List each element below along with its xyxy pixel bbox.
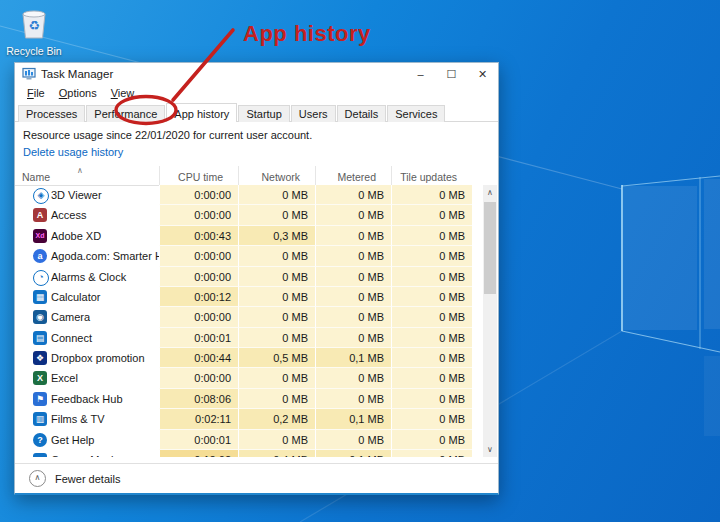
- maximize-button[interactable]: ☐: [436, 63, 467, 85]
- cell-tiles: 0 MB: [391, 328, 472, 348]
- cell-cpu: 0:00:01: [159, 430, 238, 450]
- cell-metered: 0 MB: [315, 267, 391, 287]
- cell-metered: 0 MB: [315, 185, 391, 205]
- table-row-groove-music[interactable]: ♪Groove Music0:12:020,4 MB0,1 MB0 MB: [15, 450, 472, 457]
- app-name: Access: [15, 205, 159, 225]
- cell-network: 0 MB: [238, 430, 315, 450]
- table-row-3d-viewer[interactable]: ◈3D Viewer0:00:000 MB0 MB0 MB: [15, 185, 472, 205]
- cell-cpu: 0:12:02: [159, 450, 238, 457]
- cell-cpu: 0:00:01: [159, 328, 238, 348]
- table-row-get-help[interactable]: ?Get Help0:00:010 MB0 MB0 MB: [15, 430, 472, 450]
- tab-startup[interactable]: Startup: [238, 105, 289, 122]
- close-button[interactable]: ✕: [467, 63, 498, 85]
- status-bar: ∧ Fewer details: [15, 463, 498, 493]
- cell-metered: 0 MB: [315, 226, 391, 246]
- app-name: Agoda.com: Smarter Hot...: [15, 246, 159, 266]
- app-name: Calculator: [15, 287, 159, 307]
- cell-tiles: 0 MB: [391, 267, 472, 287]
- table-row-agoda-com-smarter-hot[interactable]: aAgoda.com: Smarter Hot...0:00:000 MB0 M…: [15, 246, 472, 266]
- column-header-network[interactable]: Network: [238, 166, 307, 185]
- cell-network: 0 MB: [238, 246, 315, 266]
- cell-tiles: 0 MB: [391, 246, 472, 266]
- tab-processes[interactable]: Processes: [18, 105, 85, 122]
- table-row-adobe-xd[interactable]: XdAdobe XD0:00:430,3 MB0 MB0 MB: [15, 226, 472, 246]
- cell-network: 0 MB: [238, 307, 315, 327]
- table-row-access[interactable]: AAccess0:00:000 MB0 MB0 MB: [15, 205, 472, 225]
- cell-tiles: 0 MB: [391, 287, 472, 307]
- delete-usage-history-link[interactable]: Delete usage history: [23, 146, 123, 158]
- table-row-camera[interactable]: ◉Camera0:00:000 MB0 MB0 MB: [15, 307, 472, 327]
- app-name: 3D Viewer: [15, 185, 159, 205]
- cell-network: 0 MB: [238, 389, 315, 409]
- column-header-cpu-time[interactable]: CPU time: [159, 166, 230, 185]
- table-row-dropbox-promotion[interactable]: ❖Dropbox promotion0:00:440,5 MB0,1 MB0 M…: [15, 348, 472, 368]
- cell-network: 0 MB: [238, 205, 315, 225]
- table-row-calculator[interactable]: ▦Calculator0:00:120 MB0 MB0 MB: [15, 287, 472, 307]
- app-name: Films & TV: [15, 409, 159, 429]
- cell-cpu: 0:00:00: [159, 205, 238, 225]
- cell-metered: 0,1 MB: [315, 348, 391, 368]
- cell-tiles: 0 MB: [391, 430, 472, 450]
- window-title: Task Manager: [41, 63, 113, 85]
- tab-details[interactable]: Details: [337, 105, 387, 122]
- minimize-button[interactable]: –: [405, 63, 436, 85]
- scroll-down-icon[interactable]: ∨: [483, 442, 497, 457]
- app-name: Get Help: [15, 430, 159, 450]
- task-manager-window: Task Manager – ☐ ✕ FileOptionsView Proce…: [14, 62, 499, 495]
- cell-tiles: 0 MB: [391, 205, 472, 225]
- recycle-bin-shortcut[interactable]: ♻ Recycle Bin: [6, 6, 62, 57]
- cell-cpu: 0:00:00: [159, 267, 238, 287]
- menu-item-options[interactable]: Options: [52, 85, 104, 102]
- table-row-alarms-clock[interactable]: ◔Alarms & Clock0:00:000 MB0 MB0 MB: [15, 267, 472, 287]
- column-header-metered-network[interactable]: Metered network: [315, 166, 383, 185]
- column-header-tile-updates[interactable]: Tile updates: [391, 166, 464, 185]
- vertical-scrollbar[interactable]: ∧ ∨: [483, 185, 497, 457]
- menu-bar: FileOptionsView: [15, 85, 498, 102]
- scrollbar-thumb[interactable]: [484, 202, 496, 294]
- svg-text:♻: ♻: [28, 18, 40, 33]
- tab-app-history[interactable]: App history: [166, 103, 237, 122]
- cell-network: 0 MB: [238, 267, 315, 287]
- table-row-connect[interactable]: ▤Connect0:00:010 MB0 MB0 MB: [15, 328, 472, 348]
- title-bar[interactable]: Task Manager – ☐ ✕: [15, 63, 498, 85]
- cell-metered: 0 MB: [315, 430, 391, 450]
- cell-cpu: 0:02:11: [159, 409, 238, 429]
- cell-cpu: 0:00:00: [159, 307, 238, 327]
- table-row-films-tv[interactable]: ▥Films & TV0:02:110,2 MB0,1 MB0 MB: [15, 409, 472, 429]
- recycle-bin-label: Recycle Bin: [6, 45, 62, 57]
- cell-cpu: 0:00:00: [159, 185, 238, 205]
- desktop-background: ♻ Recycle Bin App history Task Manager –…: [0, 0, 720, 522]
- app-name: Groove Music: [15, 450, 159, 457]
- cell-metered: 0 MB: [315, 287, 391, 307]
- menu-item-view[interactable]: View: [104, 85, 142, 102]
- column-header-name[interactable]: Name: [22, 171, 152, 183]
- fewer-details-label: Fewer details: [55, 473, 120, 485]
- cell-tiles: 0 MB: [391, 185, 472, 205]
- cell-cpu: 0:00:00: [159, 368, 238, 388]
- table-row-excel[interactable]: XExcel0:00:000 MB0 MB0 MB: [15, 368, 472, 388]
- resource-usage-text: Resource usage since 22/01/2020 for curr…: [23, 129, 312, 141]
- tab-users[interactable]: Users: [291, 105, 336, 122]
- cell-network: 0 MB: [238, 185, 315, 205]
- cell-network: 0 MB: [238, 287, 315, 307]
- cell-tiles: 0 MB: [391, 226, 472, 246]
- annotation-text: App history: [243, 21, 371, 47]
- cell-tiles: 0 MB: [391, 409, 472, 429]
- app-name: Camera: [15, 307, 159, 327]
- fewer-details-button[interactable]: ∧ Fewer details: [29, 470, 120, 487]
- tab-performance[interactable]: Performance: [86, 105, 165, 122]
- cell-network: 0,5 MB: [238, 348, 315, 368]
- cell-network: 0 MB: [238, 328, 315, 348]
- scroll-up-icon[interactable]: ∧: [483, 185, 497, 200]
- cell-tiles: 0 MB: [391, 348, 472, 368]
- tab-services[interactable]: Services: [387, 105, 445, 122]
- cell-cpu: 0:00:44: [159, 348, 238, 368]
- cell-metered: 0 MB: [315, 307, 391, 327]
- table-row-feedback-hub[interactable]: ⚑Feedback Hub0:08:060 MB0 MB0 MB: [15, 389, 472, 409]
- app-name: Dropbox promotion: [15, 348, 159, 368]
- menu-item-file[interactable]: File: [20, 85, 52, 102]
- cell-metered: 0 MB: [315, 205, 391, 225]
- app-history-table: ◈3D Viewer0:00:000 MB0 MB0 MBAAccess0:00…: [15, 185, 472, 457]
- cell-cpu: 0:00:43: [159, 226, 238, 246]
- cell-network: 0,2 MB: [238, 409, 315, 429]
